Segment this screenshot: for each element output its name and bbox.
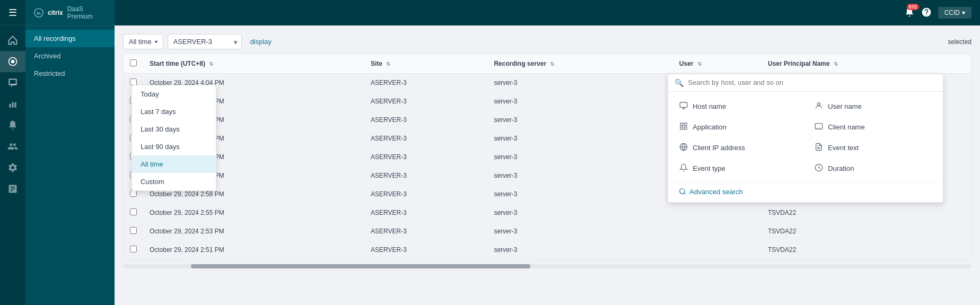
col-start-time[interactable]: Start time (UTC+8) ⇅ (143, 54, 364, 74)
col-upn[interactable]: User Principal Name ⇅ (762, 54, 971, 74)
notification-badge: 572 (907, 4, 919, 10)
svg-text:Cx: Cx (37, 11, 41, 14)
svg-rect-10 (816, 123, 822, 129)
search-options-grid: Host name User name (668, 92, 943, 183)
time-option-last7[interactable]: Last 7 days (132, 103, 216, 120)
svg-point-5 (818, 102, 820, 105)
nav-icon-bell[interactable] (0, 115, 25, 136)
row-checkbox[interactable] (130, 227, 137, 234)
time-option-alltime[interactable]: All time (132, 155, 216, 173)
server-selector-wrapper: ASERVER-3 ASERVER-1 ASERVER-2 (168, 34, 242, 49)
time-selector-button[interactable]: All time ▾ (123, 34, 163, 49)
dropdown-arrow-icon: ▾ (962, 9, 965, 16)
row-checkbox[interactable] (130, 246, 137, 252)
duration-icon (814, 163, 824, 173)
svg-line-16 (684, 193, 686, 195)
search-option-clientname[interactable]: Client name (810, 119, 937, 135)
hamburger-menu[interactable]: ☰ (0, 0, 25, 25)
row-start-time: October 29, 2024 2:55 PM (143, 204, 364, 222)
horizontal-scrollbar[interactable] (123, 264, 972, 268)
row-user (673, 241, 762, 259)
search-option-hostname[interactable]: Host name (675, 98, 801, 115)
row-site: ASERVER-3 (364, 148, 487, 167)
display-link[interactable]: display (250, 38, 272, 46)
nav-menu: All recordings Archived Restricted (25, 25, 115, 82)
row-site: ASERVER-3 (364, 222, 487, 241)
row-upn: TSVDA22 (762, 241, 971, 259)
analytics-icon (7, 99, 18, 109)
col-user[interactable]: User ⇅ (673, 54, 762, 74)
row-checkbox-cell (124, 204, 143, 222)
clientip-icon (679, 143, 688, 153)
time-option-last90[interactable]: Last 90 days (132, 138, 216, 155)
filter-row: All time ▾ Today Last 7 days (123, 34, 972, 49)
nav-icon-settings[interactable] (0, 157, 25, 178)
row-recording-server: server-3 (487, 167, 672, 185)
time-option-custom[interactable]: Custom (132, 173, 216, 190)
svg-rect-8 (680, 127, 683, 129)
nav-icon-analytics[interactable] (0, 93, 25, 115)
svg-point-0 (11, 60, 15, 64)
svg-rect-9 (685, 127, 687, 129)
row-site: ASERVER-3 (364, 74, 487, 92)
nav-icon-chat[interactable] (0, 72, 25, 93)
top-bar: 572 CCID ▾ (115, 0, 980, 25)
daas-text: DaaS Premium (67, 5, 106, 20)
row-recording-server: server-3 (487, 111, 672, 129)
search-magnifier-icon: 🔍 (675, 79, 684, 87)
home-icon (7, 35, 18, 46)
nav-icon-recordings[interactable] (0, 51, 25, 72)
time-option-today[interactable]: Today (132, 85, 216, 103)
advanced-search-link[interactable]: Advanced search (679, 188, 937, 196)
nav-icon-home[interactable] (0, 30, 25, 51)
row-site: ASERVER-3 (364, 167, 487, 185)
eventtype-icon (679, 163, 688, 173)
selected-count-text: selected (948, 38, 972, 46)
col-site[interactable]: Site ⇅ (364, 54, 487, 74)
search-option-username[interactable]: User name (810, 98, 937, 115)
sort-upn-icon: ⇅ (834, 61, 838, 67)
notification-button[interactable]: 572 (904, 7, 915, 19)
nav-icon-users[interactable] (0, 136, 25, 157)
search-option-eventtype[interactable]: Event type (675, 160, 801, 177)
table-header-row: Start time (UTC+8) ⇅ Site ⇅ Recording se… (124, 54, 971, 74)
svg-rect-7 (685, 123, 687, 126)
search-option-eventtext[interactable]: Event text (810, 140, 937, 156)
row-start-time: October 29, 2024 2:53 PM (143, 222, 364, 241)
row-user (673, 204, 762, 222)
user-account-button[interactable]: CCID ▾ (938, 7, 972, 19)
time-selector-label: All time (129, 38, 152, 46)
recordings-icon (7, 56, 18, 67)
svg-rect-6 (680, 123, 683, 126)
row-upn: TSVDA22 (762, 222, 971, 241)
server-selector[interactable]: ASERVER-3 ASERVER-1 ASERVER-2 (168, 34, 242, 49)
sidebar-item-all-recordings[interactable]: All recordings (25, 30, 115, 47)
svg-point-15 (680, 189, 685, 194)
row-recording-server: server-3 (487, 185, 672, 204)
row-recording-server: server-3 (487, 129, 672, 148)
hostname-icon (679, 101, 688, 111)
row-checkbox-cell (124, 222, 143, 241)
search-option-clientip[interactable]: Client IP address (675, 140, 801, 156)
row-site: ASERVER-3 (364, 241, 487, 259)
row-checkbox[interactable] (130, 208, 137, 215)
citrix-brand-text: citrix (48, 9, 63, 16)
search-option-application[interactable]: Application (675, 119, 801, 135)
row-site: ASERVER-3 (364, 185, 487, 204)
sidebar-item-restricted[interactable]: Restricted (25, 65, 115, 82)
nav-icon-reports[interactable] (0, 178, 25, 199)
sort-user-icon: ⇅ (697, 61, 702, 67)
sidebar-item-archived[interactable]: Archived (25, 47, 115, 65)
row-recording-server: server-3 (487, 92, 672, 111)
application-icon (679, 122, 688, 132)
col-recording-server[interactable]: Recording server ⇅ (487, 54, 672, 74)
row-recording-server: server-3 (487, 222, 672, 241)
search-input[interactable] (688, 79, 937, 86)
time-option-last30[interactable]: Last 30 days (132, 120, 216, 138)
svg-rect-4 (680, 102, 687, 107)
hamburger-icon: ☰ (8, 7, 17, 19)
select-all-checkbox[interactable] (130, 59, 137, 66)
search-option-duration[interactable]: Duration (810, 160, 937, 177)
help-button[interactable] (921, 7, 932, 19)
scroll-thumb (191, 264, 530, 268)
